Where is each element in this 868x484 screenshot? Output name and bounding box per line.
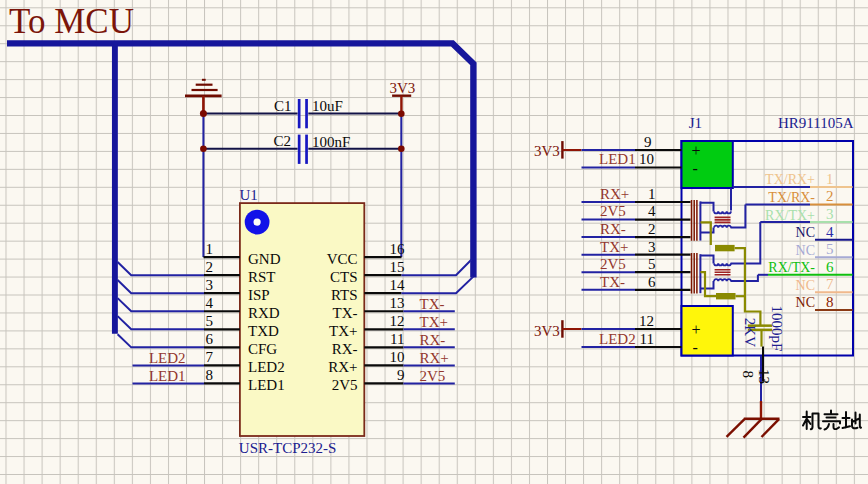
- svg-text:-: -: [693, 339, 698, 356]
- svg-text:3V3: 3V3: [534, 143, 560, 159]
- svg-text:RX+: RX+: [328, 359, 357, 375]
- svg-text:100nF: 100nF: [312, 134, 350, 150]
- svg-text:4: 4: [648, 203, 656, 219]
- svg-text:10: 10: [390, 349, 405, 365]
- svg-text:RX-: RX-: [332, 341, 358, 357]
- svg-text:2: 2: [206, 259, 214, 275]
- svg-text:10uF: 10uF: [312, 98, 343, 114]
- svg-text:6: 6: [206, 331, 214, 347]
- svg-text:-: -: [693, 160, 698, 177]
- svg-text:TX+: TX+: [420, 314, 448, 330]
- svg-text:13: 13: [756, 369, 772, 384]
- svg-text:NC: NC: [796, 225, 815, 240]
- svg-text:RX-: RX-: [420, 332, 446, 348]
- svg-text:9: 9: [397, 367, 405, 383]
- svg-text:3V3: 3V3: [390, 80, 416, 96]
- svg-text:16: 16: [390, 241, 406, 257]
- svg-text:C2: C2: [274, 133, 292, 149]
- svg-text:3: 3: [206, 277, 214, 293]
- svg-text:5: 5: [826, 241, 834, 257]
- svg-text:1: 1: [648, 186, 656, 202]
- svg-text:TX/RX+: TX/RX+: [765, 172, 815, 187]
- svg-text:1000pF: 1000pF: [769, 306, 785, 352]
- svg-text:TX-: TX-: [600, 274, 625, 290]
- svg-text:+: +: [692, 142, 701, 159]
- svg-text:13: 13: [390, 295, 405, 311]
- svg-text:7: 7: [206, 349, 214, 365]
- svg-text:2V5: 2V5: [600, 203, 626, 219]
- svg-text:1: 1: [826, 171, 834, 187]
- svg-text:LED2: LED2: [599, 331, 636, 347]
- svg-text:CFG: CFG: [248, 341, 277, 357]
- svg-text:3: 3: [826, 206, 834, 222]
- svg-text:CTS: CTS: [330, 269, 358, 285]
- svg-text:LED1: LED1: [248, 377, 285, 393]
- svg-text:2V5: 2V5: [332, 377, 358, 393]
- svg-text:RXD: RXD: [248, 305, 280, 321]
- svg-text:11: 11: [640, 331, 654, 347]
- svg-text:10: 10: [639, 151, 654, 167]
- svg-text:9: 9: [644, 134, 652, 150]
- svg-text:TXD: TXD: [248, 323, 279, 339]
- svg-text:5: 5: [648, 256, 656, 272]
- svg-text:TX-: TX-: [333, 305, 358, 321]
- svg-text:To MCU: To MCU: [9, 2, 134, 41]
- svg-text:4: 4: [206, 295, 214, 311]
- svg-text:8: 8: [206, 367, 214, 383]
- svg-text:USR-TCP232-S: USR-TCP232-S: [239, 440, 337, 456]
- svg-text:LED1: LED1: [599, 151, 636, 167]
- svg-text:RX+: RX+: [600, 186, 629, 202]
- svg-text:HR911105A: HR911105A: [778, 115, 854, 131]
- svg-text:15: 15: [390, 259, 405, 275]
- svg-text:2V5: 2V5: [420, 368, 446, 384]
- svg-text:NC: NC: [796, 243, 815, 258]
- svg-text:RX+: RX+: [420, 350, 449, 366]
- svg-text:RX/TX-: RX/TX-: [768, 260, 815, 275]
- svg-text:ISP: ISP: [248, 287, 270, 303]
- svg-text:+: +: [692, 321, 701, 338]
- svg-text:C1: C1: [274, 98, 292, 114]
- svg-text:LED2: LED2: [248, 359, 285, 375]
- svg-text:5: 5: [206, 313, 214, 329]
- svg-text:11: 11: [390, 331, 404, 347]
- svg-text:14: 14: [390, 277, 406, 293]
- svg-text:8: 8: [740, 371, 756, 379]
- svg-text:12: 12: [639, 313, 654, 329]
- svg-text:TX/RX-: TX/RX-: [768, 190, 815, 205]
- svg-text:VCC: VCC: [327, 251, 358, 267]
- svg-text:4: 4: [826, 224, 834, 240]
- svg-text:RX/TX+: RX/TX+: [765, 208, 815, 223]
- svg-text:LED1: LED1: [149, 368, 186, 384]
- svg-text:NC: NC: [796, 295, 815, 310]
- svg-text:1: 1: [206, 241, 214, 257]
- svg-text:2KV: 2KV: [742, 318, 758, 347]
- svg-text:2V5: 2V5: [600, 256, 626, 272]
- svg-text:3: 3: [648, 239, 656, 255]
- svg-text:NC: NC: [796, 278, 815, 293]
- svg-text:TX+: TX+: [329, 323, 357, 339]
- svg-text:2: 2: [826, 188, 834, 204]
- svg-text:U1: U1: [240, 187, 258, 203]
- svg-text:RX-: RX-: [600, 221, 626, 237]
- svg-text:RTS: RTS: [331, 287, 358, 303]
- svg-text:TX+: TX+: [600, 239, 628, 255]
- svg-text:6: 6: [826, 259, 834, 275]
- svg-text:GND: GND: [248, 251, 281, 267]
- svg-text:RST: RST: [248, 269, 276, 285]
- svg-text:8: 8: [826, 294, 834, 310]
- svg-text:7: 7: [826, 276, 834, 292]
- svg-text:3V3: 3V3: [534, 323, 560, 339]
- svg-text:12: 12: [390, 313, 405, 329]
- svg-text:LED2: LED2: [149, 350, 186, 366]
- svg-text:6: 6: [648, 274, 656, 290]
- svg-text:J1: J1: [689, 115, 702, 131]
- svg-text:2: 2: [648, 221, 656, 237]
- svg-text:TX-: TX-: [420, 296, 445, 312]
